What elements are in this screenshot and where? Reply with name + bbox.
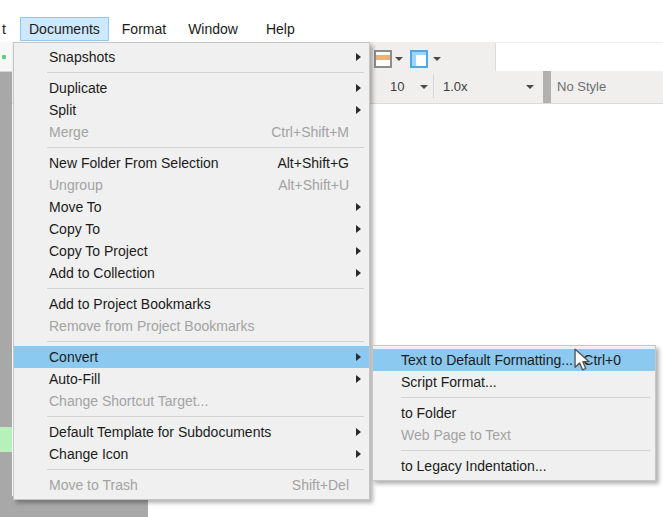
split-view-dropdown-caret-icon[interactable]: [395, 57, 403, 61]
menu-separator: [47, 341, 364, 342]
menu-item-label: Add to Collection: [49, 265, 155, 281]
submenu-arrow-icon: [349, 247, 361, 255]
menu-item-merge: MergeCtrl+Shift+M: [14, 121, 369, 143]
submenu-arrow-icon: [349, 203, 361, 211]
menu-item-remove-from-project-bookmarks: Remove from Project Bookmarks: [14, 315, 369, 337]
editor-header-area: [495, 43, 663, 71]
menu-separator: [47, 147, 364, 148]
menu-item-label: Ungroup: [49, 177, 103, 193]
menu-separator: [47, 288, 364, 289]
menu-item-label: Duplicate: [49, 80, 107, 96]
menu-item-shortcut: Alt+Shift+U: [278, 177, 349, 193]
font-size-caret-icon[interactable]: [420, 85, 428, 89]
submenu-arrow-icon: [349, 84, 361, 92]
menubar-item-partial[interactable]: t: [0, 21, 15, 37]
green-status-icon: [2, 55, 6, 59]
menu-item-label: Change Icon: [49, 446, 128, 462]
menu-item-label: Text to Default Formatting...: [401, 352, 573, 368]
menu-item-label: Copy To Project: [49, 243, 148, 259]
menu-item-split[interactable]: Split: [14, 99, 369, 121]
menu-item-shortcut: Shift+Del: [292, 477, 349, 493]
menu-item-text-to-default-formatting[interactable]: Text to Default Formatting...Ctrl+0: [373, 349, 655, 371]
layout-panel-icon-side: [412, 52, 416, 66]
documents-menu: Snapshots Duplicate Split MergeCtrl+Shif…: [13, 42, 370, 500]
menu-separator: [401, 397, 650, 398]
menu-item-auto-fill[interactable]: Auto-Fill: [14, 368, 369, 390]
menu-item-label: Add to Project Bookmarks: [49, 296, 211, 312]
menu-separator: [47, 469, 364, 470]
submenu-arrow-icon: [349, 353, 361, 361]
menu-item-change-shortcut-target: Change Shortcut Target...: [14, 390, 369, 412]
submenu-arrow-icon: [349, 269, 361, 277]
menu-item-web-page-to-text: Web Page to Text: [373, 424, 655, 446]
submenu-arrow-icon: [349, 375, 361, 383]
menu-separator: [401, 450, 650, 451]
menu-item-copy-to[interactable]: Copy To: [14, 218, 369, 240]
layout-panel-dropdown-caret-icon[interactable]: [433, 57, 441, 61]
font-size-select[interactable]: 10: [390, 79, 404, 94]
menu-item-label: Move To: [49, 199, 102, 215]
submenu-arrow-icon: [349, 53, 361, 61]
menu-item-label: Auto-Fill: [49, 371, 100, 387]
menu-item-label: Script Format...: [401, 374, 497, 390]
menu-item-ungroup: UngroupAlt+Shift+U: [14, 174, 369, 196]
submenu-arrow-icon: [349, 428, 361, 436]
menu-item-to-folder[interactable]: to Folder: [373, 402, 655, 424]
menubar-item-help[interactable]: Help: [257, 17, 304, 41]
menu-item-label: Remove from Project Bookmarks: [49, 318, 254, 334]
style-select[interactable]: No Style: [557, 79, 606, 94]
menu-item-default-template-for-subdocuments[interactable]: Default Template for Subdocuments: [14, 421, 369, 443]
menu-item-duplicate[interactable]: Duplicate: [14, 77, 369, 99]
menu-item-label: Split: [49, 102, 76, 118]
convert-submenu: Text to Default Formatting...Ctrl+0 Scri…: [372, 345, 656, 481]
menu-item-label: Merge: [49, 124, 89, 140]
mouse-cursor-icon: [573, 348, 591, 372]
menu-item-label: Web Page to Text: [401, 427, 511, 443]
menu-item-move-to-trash: Move to TrashShift+Del: [14, 474, 369, 496]
menubar-item-format[interactable]: Format: [113, 17, 175, 41]
menu-item-label: Copy To: [49, 221, 100, 237]
menubar-item-window[interactable]: Window: [179, 17, 247, 41]
split-view-icon[interactable]: [374, 50, 392, 68]
submenu-arrow-icon: [349, 106, 361, 114]
menu-item-copy-to-project[interactable]: Copy To Project: [14, 240, 369, 262]
app-window: 10 1.0x No Style t Documents Format Wind…: [0, 0, 663, 517]
split-view-icon-band: [376, 55, 390, 60]
binder-selection-fragment: [0, 427, 12, 452]
submenu-arrow-icon: [349, 450, 361, 458]
submenu-arrow-icon: [349, 225, 361, 233]
menu-item-label: New Folder From Selection: [49, 155, 219, 171]
menu-item-label: to Legacy Indentation...: [401, 458, 547, 474]
menu-item-change-icon[interactable]: Change Icon: [14, 443, 369, 465]
menu-item-script-format[interactable]: Script Format...: [373, 371, 655, 393]
menu-item-add-to-collection[interactable]: Add to Collection: [14, 262, 369, 284]
menu-separator: [47, 416, 364, 417]
menubar-item-documents[interactable]: Documents: [20, 17, 109, 41]
toolbar-drag-divider[interactable]: [543, 71, 551, 103]
menu-item-label: Change Shortcut Target...: [49, 393, 208, 409]
menu-item-shortcut: Alt+Shift+G: [277, 155, 349, 171]
format-toolbar-separator: [433, 74, 434, 98]
menubar: t Documents Format Window Help: [0, 16, 663, 42]
menu-item-snapshots[interactable]: Snapshots: [14, 46, 369, 68]
menu-item-add-to-project-bookmarks[interactable]: Add to Project Bookmarks: [14, 293, 369, 315]
menu-item-label: Move to Trash: [49, 477, 138, 493]
zoom-caret-icon[interactable]: [526, 85, 534, 89]
menu-item-label: Default Template for Subdocuments: [49, 424, 271, 440]
menu-item-label: Snapshots: [49, 49, 115, 65]
menu-item-move-to[interactable]: Move To: [14, 196, 369, 218]
menu-item-label: to Folder: [401, 405, 456, 421]
menu-item-new-folder-from-selection[interactable]: New Folder From SelectionAlt+Shift+G: [14, 152, 369, 174]
menu-item-shortcut: Ctrl+Shift+M: [271, 124, 349, 140]
menu-item-label: Convert: [49, 349, 98, 365]
menu-separator: [47, 72, 364, 73]
zoom-select[interactable]: 1.0x: [443, 79, 468, 94]
menu-item-convert[interactable]: Convert: [14, 346, 369, 368]
menu-item-to-legacy-indentation[interactable]: to Legacy Indentation...: [373, 455, 655, 477]
layout-panel-icon[interactable]: [410, 50, 428, 68]
